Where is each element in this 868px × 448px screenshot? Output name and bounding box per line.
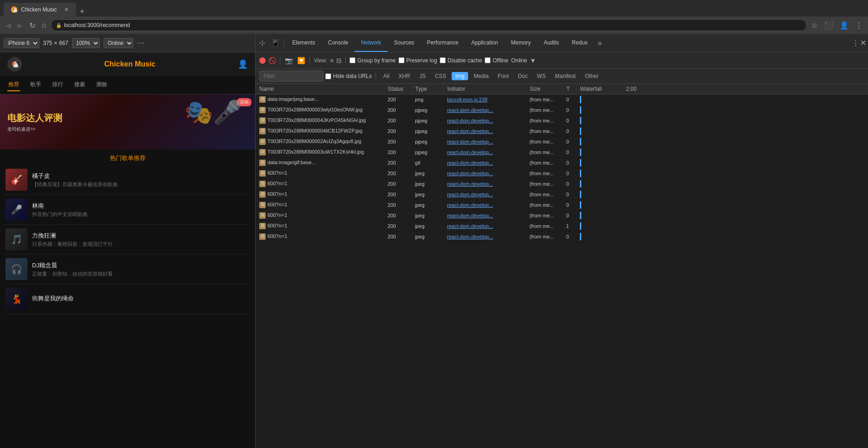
filter-button[interactable]: 🔽: [296, 57, 306, 64]
throttle-dropdown[interactable]: ▼: [530, 57, 536, 64]
filter-media[interactable]: Media: [470, 72, 492, 80]
filter-manifest[interactable]: Manifest: [551, 72, 579, 80]
table-row[interactable]: 🖼T003R720x288M000004JKrPO4SkNGH.jpg 200 …: [256, 116, 868, 126]
initiator-link[interactable]: react-dom.develop...: [447, 149, 493, 155]
back-button[interactable]: ◀: [4, 20, 13, 31]
filter-other[interactable]: Other: [581, 72, 602, 80]
address-bar[interactable]: 🔒 localhost:3000/recommend: [51, 19, 807, 31]
table-row[interactable]: 🖼T003R720x288M000003wlyl10esONW.jpg 200 …: [256, 105, 868, 116]
list-item[interactable]: 💃 街舞是我的绳命: [4, 284, 251, 314]
devtools-close-button[interactable]: ✕: [860, 39, 866, 47]
reload-button[interactable]: ↻: [27, 20, 37, 31]
tab-console[interactable]: Console: [322, 34, 355, 52]
nav-item-rank[interactable]: 排行: [51, 79, 64, 91]
initiator-link[interactable]: react-dom.develop...: [447, 118, 493, 123]
extensions-button[interactable]: ⬛: [822, 20, 835, 31]
col-header-time[interactable]: T: [562, 84, 576, 94]
forward-button[interactable]: ▶: [16, 20, 25, 31]
initiator-link[interactable]: react-dom.develop...: [447, 128, 493, 134]
table-row[interactable]: 🖼600?n=1 200 jpeg react-dom.develop... (…: [256, 189, 868, 200]
device-selector[interactable]: iPhone 6: [4, 38, 39, 48]
list-item[interactable]: 🎸 橘子皮 【经典呈现】历届奥斯卡最佳原创歌曲: [4, 165, 251, 195]
filter-doc[interactable]: Doc: [514, 72, 531, 80]
camera-button[interactable]: 📷: [284, 57, 294, 64]
tab-performance[interactable]: Performance: [420, 34, 465, 52]
menu-button[interactable]: ⋮: [853, 20, 864, 31]
table-row[interactable]: 🖼T003R720x288M000003uW1TX2KsHkl.jpg 200 …: [256, 147, 868, 158]
nav-item-search[interactable]: 搜索: [73, 79, 86, 91]
initiator-link[interactable]: react-dom.develop...: [447, 223, 493, 229]
initiator-link[interactable]: react-dom.develop...: [447, 192, 493, 197]
home-button[interactable]: ⌂: [40, 20, 48, 30]
connectivity-selector[interactable]: Online: [104, 38, 133, 48]
clear-button[interactable]: 🚫: [268, 57, 276, 64]
table-row[interactable]: 🖼data:image/gif;base... 200 gif react-do…: [256, 158, 868, 168]
tab-redux[interactable]: Redux: [565, 34, 594, 52]
browser-tab[interactable]: 🐔 Chicken Music ✕: [4, 3, 76, 17]
initiator-link[interactable]: react-dom.develop...: [447, 181, 493, 187]
initiator-link[interactable]: react-dom.develop...: [447, 234, 493, 239]
initiator-link[interactable]: react-dom.develop...: [447, 213, 493, 218]
inspect-element-button[interactable]: ⊹: [256, 39, 269, 47]
tab-close-icon[interactable]: ✕: [64, 6, 69, 13]
zoom-selector[interactable]: 100%: [72, 38, 100, 48]
table-row[interactable]: 🖼600?n=1 200 jpeg react-dom.develop... (…: [256, 210, 868, 221]
filter-css[interactable]: CSS: [431, 72, 450, 80]
table-row[interactable]: 🖼600?n=1 200 jpeg react-dom.develop... (…: [256, 200, 868, 210]
user-icon[interactable]: 👤: [238, 59, 248, 69]
nav-item-recommend[interactable]: 推荐: [7, 79, 20, 91]
table-row[interactable]: 🖼data:image/png;base... 200 png bscroll.…: [256, 94, 868, 105]
table-row[interactable]: 🖼600?n=1 200 jpeg react-dom.develop... (…: [256, 232, 868, 242]
list-view-button[interactable]: ≡: [330, 57, 333, 64]
filter-input[interactable]: [259, 71, 323, 82]
tab-network[interactable]: Network: [355, 34, 388, 52]
preserve-log-checkbox[interactable]: Preserve log: [399, 57, 437, 64]
filter-xhr[interactable]: XHR: [395, 72, 414, 80]
table-row[interactable]: 🖼600?n=1 200 jpeg react-dom.develop... (…: [256, 179, 868, 189]
detail-view-button[interactable]: ⊟: [336, 57, 342, 64]
table-row[interactable]: 🖼T003R720x288M000002AcIZq3Agqv8.jpg 200 …: [256, 137, 868, 147]
initiator-link[interactable]: react-dom.develop...: [447, 160, 493, 166]
col-header-initiator[interactable]: Initiator: [443, 84, 526, 94]
col-header-size[interactable]: Size: [526, 84, 562, 94]
tab-application[interactable]: Application: [465, 34, 505, 52]
col-header-status[interactable]: Status: [384, 84, 411, 94]
disable-cache-checkbox[interactable]: Disable cache: [440, 57, 482, 64]
filter-ws[interactable]: WS: [533, 72, 549, 80]
hide-data-urls-checkbox[interactable]: Hide data URLs: [325, 73, 372, 79]
device-toggle-button[interactable]: 📱: [269, 39, 282, 47]
initiator-link[interactable]: react-dom.develop...: [447, 171, 493, 176]
table-row[interactable]: 🖼600?n=1 200 jpeg react-dom.develop... (…: [256, 221, 868, 232]
filter-all[interactable]: All: [380, 72, 393, 80]
initiator-link[interactable]: react-dom.develop...: [447, 139, 493, 144]
record-button[interactable]: [259, 57, 266, 64]
filter-img[interactable]: Img: [452, 72, 468, 80]
group-by-frame-checkbox[interactable]: Group by frame: [349, 57, 395, 64]
initiator-link[interactable]: react-dom.develop...: [447, 107, 493, 113]
initiator-link[interactable]: bscroll.esm.js:238: [447, 97, 487, 102]
offline-checkbox[interactable]: Offline: [485, 57, 508, 64]
list-item[interactable]: 🎤 林南 抖音热门的中文说唱歌曲: [4, 195, 251, 225]
col-header-waterfall[interactable]: Waterfall: [576, 84, 622, 94]
account-button[interactable]: 👤: [838, 20, 851, 31]
bookmark-button[interactable]: ☆: [809, 20, 819, 31]
tab-audits[interactable]: Audits: [537, 34, 565, 52]
new-tab-button[interactable]: +: [76, 7, 88, 17]
more-tabs-button[interactable]: »: [594, 39, 606, 47]
list-item[interactable]: 🎧 DJ顾念晨 正能量：别害怕，自信的笑容很好看: [4, 254, 251, 284]
tab-memory[interactable]: Memory: [505, 34, 537, 52]
table-row[interactable]: 🖼600?n=1 200 jpeg react-dom.develop... (…: [256, 168, 868, 179]
nav-item-quiz[interactable]: 测验: [95, 79, 108, 91]
nav-item-singer[interactable]: 歌手: [29, 79, 42, 91]
more-device-options-button[interactable]: ⋯: [137, 39, 144, 47]
filter-font[interactable]: Font: [494, 72, 513, 80]
tab-elements[interactable]: Elements: [286, 34, 322, 52]
filter-js[interactable]: JS: [415, 72, 429, 80]
hero-banner[interactable]: 电影达人评测 老司机速进>> 活动 🎭🎤: [0, 94, 255, 149]
col-header-name[interactable]: Name: [256, 84, 384, 94]
initiator-link[interactable]: react-dom.develop...: [447, 202, 493, 208]
col-header-type[interactable]: Type: [411, 84, 443, 94]
table-row[interactable]: 🖼T003R720x288M0000004liCB12FWZP.jpg 200 …: [256, 126, 868, 137]
list-item[interactable]: 🎵 力挽狂澜 日系伤感：蓦然回首，发现泪已千行: [4, 225, 251, 254]
devtools-settings-button[interactable]: ⋮: [852, 39, 859, 47]
